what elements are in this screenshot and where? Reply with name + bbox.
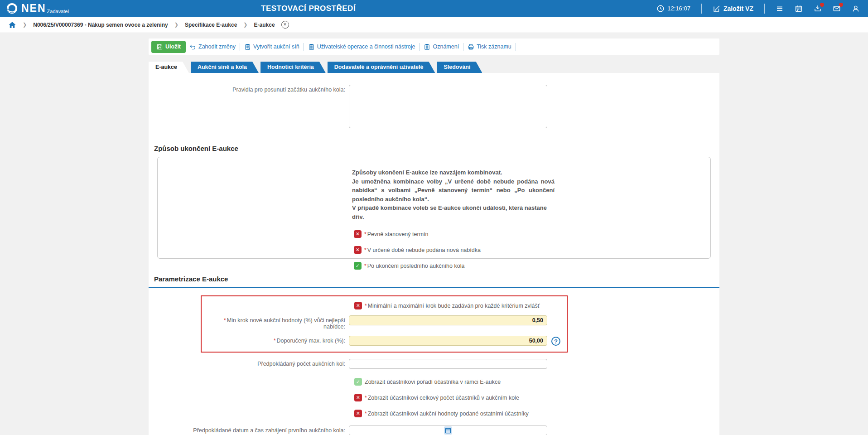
ending-info-line: Způsoby ukončení E-aukce lze navzájem ko… bbox=[352, 168, 555, 177]
clock-time: 12:16:07 bbox=[667, 5, 690, 12]
tab-dodavatele-a-opravneni-uzivatele[interactable]: Dodavatelé a oprávnění uživatelé bbox=[328, 62, 435, 73]
save-icon bbox=[156, 44, 163, 50]
required-mark: * bbox=[224, 317, 226, 324]
notice-icon bbox=[424, 44, 430, 50]
required-mark: * bbox=[365, 395, 367, 401]
help-icon[interactable]: ? bbox=[551, 337, 560, 346]
option-label: *V určené době nebude podána nová nabídk… bbox=[364, 247, 481, 253]
datepicker-calendar-icon[interactable] bbox=[444, 426, 452, 435]
required-mark: * bbox=[364, 231, 366, 237]
checkbox-unchecked-icon[interactable]: ✕ bbox=[354, 246, 362, 254]
tab-hodnotici-kriteria[interactable]: Hodnotící kritéria bbox=[260, 62, 326, 73]
create-vz-label: Založit VZ bbox=[723, 5, 753, 12]
save-button[interactable]: Uložit bbox=[151, 41, 186, 53]
print-record-button[interactable]: Tisk záznamu bbox=[468, 44, 511, 50]
user-icon[interactable] bbox=[852, 5, 860, 13]
rules-label: Pravidla pro posunutí začátku aukčního k… bbox=[149, 85, 349, 93]
cross-icon: ✕ bbox=[356, 411, 360, 416]
max-step-input[interactable] bbox=[349, 336, 547, 346]
rounds-input[interactable] bbox=[349, 359, 547, 369]
toolbar-divider bbox=[240, 43, 240, 51]
create-auction-room-label: Vytvořit aukční síň bbox=[253, 44, 299, 50]
tab-e-aukce[interactable]: E-aukce bbox=[149, 62, 189, 73]
tab-sledovani[interactable]: Sledování bbox=[437, 62, 482, 73]
home-icon[interactable] bbox=[8, 21, 16, 29]
start-datetime-row: Předpokládané datum a čas zahájení první… bbox=[149, 425, 719, 435]
clock-icon bbox=[656, 5, 665, 13]
toolbar-divider bbox=[516, 43, 516, 51]
checkbox-unchecked-icon[interactable]: ✕ bbox=[354, 394, 362, 401]
rules-row: Pravidla pro posunutí začátku aukčního k… bbox=[149, 85, 719, 128]
cross-icon: ✕ bbox=[356, 231, 360, 237]
check-icon: ✓ bbox=[356, 379, 360, 384]
option-label: *Pevně stanovený termín bbox=[364, 231, 428, 237]
create-auction-room-button[interactable]: Vytvořit aukční síň bbox=[244, 44, 299, 50]
ending-info-line: Je umožněna kombinace volby „V určené do… bbox=[352, 177, 555, 204]
menu-icon[interactable] bbox=[776, 5, 784, 13]
notification-badge bbox=[820, 3, 824, 7]
inbox-download[interactable] bbox=[814, 5, 822, 13]
option-label: *Minimální a maximální krok bude zadáván… bbox=[365, 303, 540, 309]
required-mark: * bbox=[364, 247, 366, 253]
breadcrumb: ❯ N006/25/V00007369 - Nákup semen ovoce … bbox=[0, 17, 868, 33]
nen-logo-icon bbox=[6, 2, 18, 14]
rules-textarea[interactable] bbox=[349, 85, 547, 128]
min-step-input[interactable] bbox=[349, 315, 547, 325]
min-step-row: *Min krok nové aukční hodnoty (%) vůči n… bbox=[202, 315, 567, 330]
option-fixed-term: ✕ *Pevně stanovený termín bbox=[354, 230, 710, 238]
server-time: 12:16:07 bbox=[656, 5, 690, 13]
breadcrumb-item-contract[interactable]: N006/25/V00007369 - Nákup semen ovoce a … bbox=[33, 22, 168, 28]
notification-badge bbox=[839, 3, 843, 7]
rounds-row: Předpokládaný počet aukčních kol: bbox=[149, 359, 719, 369]
environment-title: TESTOVACÍ PROSTŘEDÍ bbox=[261, 0, 356, 17]
breadcrumb-item-specification[interactable]: Specifikace E-aukce bbox=[185, 22, 237, 28]
cross-icon: ✕ bbox=[356, 303, 360, 308]
user-operations-label: Uživatelské operace a činnosti nástroje bbox=[317, 44, 415, 50]
edit-icon bbox=[713, 5, 721, 13]
required-mark: * bbox=[274, 338, 276, 344]
max-step-row: *Doporučený max. krok (%): ? bbox=[202, 336, 567, 346]
option-show-other-bids: ✕ *Zobrazit účastníkovi aukční hodnoty p… bbox=[354, 410, 719, 417]
ending-info-text: Způsoby ukončení E-aukce lze navzájem ko… bbox=[352, 168, 555, 221]
close-icon[interactable]: ✕ bbox=[281, 21, 289, 29]
chevron-icon: ❯ bbox=[23, 22, 27, 28]
start-datetime-label: Předpokládané datum a čas zahájení první… bbox=[149, 425, 349, 434]
max-step-label: *Doporučený max. krok (%): bbox=[202, 336, 349, 344]
step-highlight-box: ✕ *Minimální a maximální krok bude zadáv… bbox=[201, 295, 568, 353]
user-operations-button[interactable]: Uživatelské operace a činnosti nástroje bbox=[308, 44, 415, 50]
discard-changes-button[interactable]: Zahodit změny bbox=[189, 44, 236, 50]
notices-button[interactable]: Oznámení bbox=[424, 44, 459, 50]
option-after-last-round: ✓ *Po ukončení posledního aukčního kola bbox=[354, 262, 710, 270]
checkbox-checked-icon[interactable]: ✓ bbox=[354, 262, 362, 270]
create-vz-button[interactable]: Založit VZ bbox=[713, 5, 753, 13]
print-icon bbox=[468, 44, 474, 50]
discard-changes-label: Zahodit změny bbox=[198, 44, 236, 50]
notices-label: Oznámení bbox=[433, 44, 459, 50]
header-divider bbox=[764, 4, 765, 14]
checkbox-unchecked-icon[interactable]: ✕ bbox=[354, 410, 362, 417]
undo-icon bbox=[189, 44, 196, 50]
toolbar-divider bbox=[304, 43, 304, 51]
required-mark: * bbox=[364, 263, 366, 269]
ending-section-heading: Způsob ukončení E-aukce bbox=[154, 145, 719, 152]
checkbox-unchecked-icon[interactable]: ✕ bbox=[354, 230, 362, 238]
e-auction-form-panel: Pravidla pro posunutí začátku aukčního k… bbox=[149, 73, 719, 435]
required-mark: * bbox=[365, 411, 367, 417]
header-divider bbox=[701, 4, 702, 14]
chevron-icon: ❯ bbox=[174, 22, 178, 28]
tab-aukcni-sine-a-kola[interactable]: Aukční síně a kola bbox=[191, 62, 259, 73]
check-icon: ✓ bbox=[356, 263, 360, 268]
save-label: Uložit bbox=[165, 44, 181, 50]
logo-text: NEN bbox=[21, 3, 46, 14]
messages[interactable] bbox=[833, 5, 841, 13]
calendar-icon[interactable] bbox=[795, 5, 803, 13]
display-options: ✓ Zobrazit účastníkovi pořadí účastníka … bbox=[149, 378, 719, 417]
record-toolbar: Uložit Zahodit změny Vytvořit aukční síň bbox=[149, 39, 719, 55]
option-show-participant-count: ✕ *Zobrazit účastníkovi celkový počet úč… bbox=[354, 394, 719, 401]
checkbox-unchecked-icon[interactable]: ✕ bbox=[354, 302, 362, 309]
option-show-rank: ✓ Zobrazit účastníkovi pořadí účastníka … bbox=[354, 378, 719, 386]
nen-logo[interactable]: NEN Zadavatel bbox=[6, 2, 69, 14]
breadcrumb-item-eauction[interactable]: E-aukce bbox=[254, 22, 275, 28]
print-record-label: Tisk záznamu bbox=[477, 44, 511, 50]
chevron-icon: ❯ bbox=[243, 22, 247, 28]
